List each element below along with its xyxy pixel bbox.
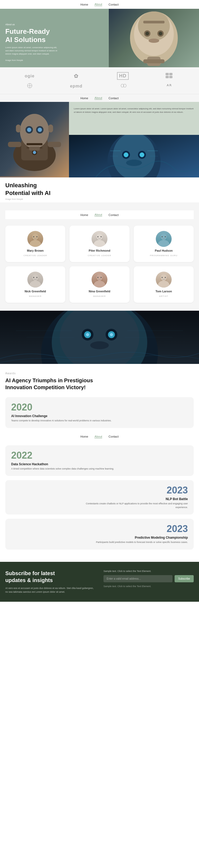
email-input[interactable]	[104, 575, 172, 582]
team-member-role: Manager	[93, 295, 106, 298]
team-member-name: Mary Brown	[27, 249, 44, 252]
subscribe-left: Subscribe for latest updates & insights …	[5, 570, 95, 594]
nav2-contact[interactable]: Contact	[109, 97, 119, 100]
award-year-2023-pred: 2023	[11, 524, 188, 534]
svg-point-89	[162, 277, 163, 278]
nav-contact[interactable]: Contact	[109, 3, 119, 6]
hero-content: About us Future-Ready AI Solutions Lorem…	[5, 23, 58, 62]
logo-hex	[119, 83, 127, 89]
team-section: Home About Contact	[0, 203, 199, 311]
team-grid: Mary Brown Creative Leader	[5, 225, 194, 303]
award-nav-about[interactable]: About	[94, 435, 102, 438]
award-card-2022: 2022 Data Science Hackathon A timed comp…	[5, 445, 194, 476]
svg-rect-32	[27, 143, 42, 145]
svg-rect-10	[143, 59, 164, 63]
svg-rect-30	[8, 142, 21, 147]
hero-tag: About us	[5, 23, 58, 26]
svg-point-7	[159, 32, 162, 35]
svg-rect-11	[166, 73, 169, 75]
svg-point-6	[146, 32, 149, 35]
awards-label: Awards	[5, 372, 194, 375]
team-nav-about[interactable]: About	[94, 213, 102, 217]
robot-left-svg	[0, 102, 69, 176]
unleashing-split: Lorem ipsum dolor sit amet. Lorem ipsum …	[0, 102, 199, 178]
unleashing-title-block: Unleashing Potential with AI Image from …	[0, 178, 199, 203]
team-member-name: Tom Larson	[156, 290, 172, 293]
team-card-nina-greenfield: Nina Greenfield Manager	[70, 266, 129, 303]
award-card-2023-pred: 2023 Predictive Modeling Championship Pa…	[5, 519, 194, 550]
nav-about[interactable]: About	[94, 3, 102, 6]
svg-point-2	[138, 11, 170, 41]
unleashing-text-block: Lorem ipsum dolor sit amet. Lorem ipsum …	[69, 102, 199, 135]
avatar-svg-0	[27, 231, 43, 247]
award-desc-2023-pred: Participants build predictive models to …	[82, 540, 188, 544]
svg-point-76	[36, 277, 37, 278]
svg-rect-13	[166, 76, 169, 78]
team-nav: Home About Contact	[5, 210, 194, 219]
awards-title: AI Agency Triumphs in Prestigious Innova…	[5, 377, 194, 391]
award-nav-home[interactable]: Home	[80, 435, 88, 438]
svg-point-43	[140, 152, 144, 157]
team-member-role: Creative Leader	[24, 254, 47, 257]
hero-section: About us Future-Ready AI Solutions Lorem…	[0, 9, 199, 67]
logos-section: ogie ✿ HD epmd ᴬᴿ	[0, 67, 199, 94]
svg-point-83	[101, 277, 102, 278]
svg-point-39	[113, 135, 155, 178]
logo-ar: ᴬᴿ	[167, 83, 172, 89]
unleashing-right-col: Lorem ipsum dolor sit amet. Lorem ipsum …	[69, 102, 199, 178]
team-nav-home[interactable]: Home	[80, 213, 88, 217]
svg-point-54	[33, 236, 34, 237]
subscribe-section: Subscribe for latest updates & insights …	[0, 562, 199, 602]
team-card-mary-brown: Mary Brown Creative Leader	[5, 225, 65, 262]
second-nav: Home About Contact	[0, 94, 199, 102]
svg-point-100	[110, 333, 113, 336]
svg-point-82	[97, 277, 98, 278]
logo-circle	[26, 83, 34, 89]
team-card-tom-larson: Tom Larson Artist	[134, 266, 194, 303]
unleashing-title: Unleashing Potential with AI	[5, 182, 194, 197]
dark-banner-svg	[0, 311, 199, 364]
hero-desc: Lorem ipsum dolor sit amet, consectetur …	[5, 46, 58, 62]
svg-rect-3	[143, 21, 164, 23]
svg-point-62	[101, 236, 102, 237]
unleashing-para: Lorem ipsum dolor sit amet. Lorem ipsum …	[74, 107, 194, 114]
svg-point-101	[90, 341, 109, 349]
robot-image-right	[69, 135, 199, 178]
avatar-svg-2	[156, 231, 172, 247]
nav2-home[interactable]: Home	[80, 97, 88, 100]
team-card-piter-richmond: Piter Richmond Creative Leader	[70, 225, 129, 262]
nav2-about[interactable]: About	[94, 96, 102, 100]
svg-rect-29	[48, 124, 53, 132]
logo-epmd: epmd	[70, 84, 82, 89]
team-card-nick-greenfield: Nick Greenfield Manager	[5, 266, 65, 303]
team-avatar-2	[156, 231, 172, 247]
subscribe-button[interactable]: Subscribe	[174, 575, 194, 582]
svg-point-26	[27, 128, 31, 132]
logo-grid	[165, 73, 173, 79]
team-member-role: Creative Leader	[88, 254, 112, 257]
team-avatar-0	[27, 231, 43, 247]
team-avatar-1	[91, 231, 108, 247]
award-year-2020: 2020	[11, 402, 188, 412]
robot-right-svg	[69, 135, 199, 178]
team-member-name: Paul Hudson	[155, 249, 172, 252]
awards-section: Awards AI Agency Triumphs in Prestigious…	[0, 364, 199, 562]
main-nav: Home About Contact	[0, 0, 199, 9]
award-name-2023-pred: Predictive Modeling Championship	[11, 536, 188, 539]
team-nav-contact[interactable]: Contact	[109, 213, 119, 217]
hero-robot-svg	[125, 10, 183, 66]
svg-point-68	[162, 236, 163, 237]
award-nav: Home About Contact	[5, 432, 194, 441]
team-member-name: Nick Greenfield	[25, 290, 46, 293]
svg-point-27	[38, 128, 42, 132]
award-card-2020: 2020 AI Innovation Challenge Teams compe…	[5, 397, 194, 428]
svg-rect-31	[48, 142, 61, 147]
nav-home[interactable]: Home	[80, 3, 88, 6]
team-member-role: Programming Guru	[150, 254, 177, 257]
logo-hd: HD	[117, 72, 129, 80]
award-nav-contact[interactable]: Contact	[109, 435, 119, 438]
avatar-svg-5	[156, 272, 172, 287]
award-name-2020: AI Innovation Challenge	[11, 414, 188, 418]
avatar-svg-4	[91, 272, 108, 287]
subscribe-title: Subscribe for latest updates & insights	[5, 570, 95, 584]
